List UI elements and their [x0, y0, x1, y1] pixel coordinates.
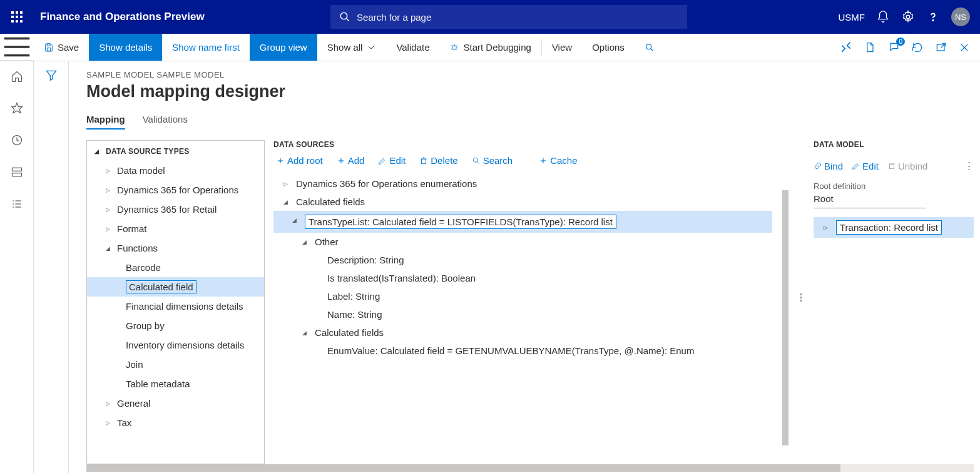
delete-button[interactable]: Delete: [419, 155, 457, 166]
ds-enum-value[interactable]: EnumValue: Calculated field = GETENUMVAL…: [273, 342, 772, 360]
dst-fin-dim[interactable]: Financial dimensions details: [87, 297, 264, 316]
dm-header: DATA MODEL: [814, 140, 974, 149]
svg-rect-1: [16, 11, 18, 14]
close-icon[interactable]: [959, 42, 970, 53]
ds-trans-type-list[interactable]: TransTypeList: Calculated field = LISTOF…: [273, 211, 772, 233]
options-button[interactable]: Options: [582, 34, 635, 61]
global-search[interactable]: Search for a page: [330, 5, 687, 29]
workspaces-icon[interactable]: [11, 166, 23, 180]
ds-is-translated[interactable]: Is translated(IsTranslated): Boolean: [273, 269, 772, 287]
dst-table-metadata[interactable]: Table metadata: [87, 374, 264, 394]
ds-name[interactable]: Name: String: [273, 305, 772, 323]
home-icon[interactable]: [11, 70, 23, 84]
start-debugging-button[interactable]: Start Debugging: [439, 34, 541, 61]
add-root-button[interactable]: Add root: [276, 155, 323, 166]
dst-general[interactable]: General: [87, 394, 264, 413]
modules-icon[interactable]: [11, 198, 23, 212]
svg-line-22: [456, 45, 457, 46]
dst-group-by[interactable]: Group by: [87, 316, 264, 335]
page-title: Model mapping designer: [86, 82, 980, 101]
svg-line-28: [941, 43, 946, 48]
cache-button[interactable]: Cache: [539, 155, 577, 166]
document-icon[interactable]: [864, 41, 876, 54]
svg-rect-4: [16, 16, 18, 18]
svg-line-24: [456, 49, 457, 49]
user-avatar[interactable]: NS: [951, 8, 970, 26]
svg-rect-53: [889, 164, 894, 169]
app-launcher[interactable]: [0, 11, 34, 23]
dm-edit-button[interactable]: Edit: [852, 160, 879, 171]
dst-tax[interactable]: Tax: [87, 413, 264, 432]
svg-rect-5: [20, 16, 23, 18]
bind-button[interactable]: Bind: [814, 160, 843, 171]
nav-toggle[interactable]: [0, 34, 34, 61]
open-new-window-icon[interactable]: [935, 41, 947, 54]
dst-format[interactable]: Format: [87, 219, 264, 238]
svg-point-13: [932, 20, 933, 21]
notifications-icon[interactable]: [876, 10, 890, 24]
svg-line-50: [477, 161, 479, 164]
messages-icon[interactable]: 0: [887, 41, 900, 54]
view-button[interactable]: View: [542, 34, 582, 61]
svg-rect-8: [20, 20, 23, 23]
dst-d365-ops[interactable]: Dynamics 365 for Operations: [87, 180, 264, 200]
splitter[interactable]: • • •: [797, 140, 805, 464]
recent-icon[interactable]: [11, 134, 23, 148]
svg-rect-33: [12, 168, 21, 171]
dst-data-model[interactable]: Data model: [87, 161, 264, 180]
ds-scrollbar[interactable]: [782, 190, 789, 445]
settings-icon[interactable]: [901, 10, 915, 24]
ds-calc-fields-2[interactable]: Calculated fields: [273, 323, 772, 342]
group-view-button[interactable]: Group view: [250, 34, 317, 61]
company-selector[interactable]: USMF: [839, 12, 865, 23]
dst-d365-retail[interactable]: Dynamics 365 for Retail: [87, 200, 264, 219]
validate-button[interactable]: Validate: [386, 34, 439, 61]
dm-transaction[interactable]: Transaction: Record list: [814, 217, 974, 238]
svg-line-26: [650, 48, 653, 51]
add-button[interactable]: Add: [337, 155, 365, 166]
app-title: Finance and Operations Preview: [40, 11, 205, 23]
ds-description[interactable]: Description: String: [273, 251, 772, 269]
tab-validations[interactable]: Validations: [143, 110, 188, 130]
show-name-first-button[interactable]: Show name first: [162, 34, 250, 61]
ds-d365-enum[interactable]: Dynamics 365 for Operations enumerations: [273, 175, 772, 193]
show-details-button[interactable]: Show details: [89, 34, 162, 61]
svg-rect-7: [16, 20, 18, 23]
dst-join[interactable]: Join: [87, 355, 264, 374]
ds-calc-fields[interactable]: Calculated fields: [273, 193, 772, 211]
search-placeholder: Search for a page: [357, 12, 431, 23]
ds-label[interactable]: Label: String: [273, 287, 772, 305]
horizontal-scrollbar[interactable]: [86, 464, 974, 472]
svg-rect-3: [11, 16, 14, 18]
breadcrumb: SAMPLE MODEL SAMPLE MODEL: [86, 70, 980, 79]
connector-icon[interactable]: [840, 41, 852, 54]
dst-inv-dim[interactable]: Inventory dimensions details: [87, 335, 264, 355]
svg-line-23: [452, 49, 453, 49]
tab-mapping[interactable]: Mapping: [86, 110, 125, 130]
svg-line-10: [346, 18, 349, 21]
root-def-value[interactable]: Root: [814, 191, 926, 208]
dm-more-button[interactable]: ⋮: [964, 160, 974, 171]
show-all-button[interactable]: Show all: [317, 34, 387, 61]
svg-rect-2: [20, 11, 23, 14]
action-search-button[interactable]: [635, 34, 665, 61]
dst-calculated-field[interactable]: Calculated field: [87, 277, 264, 297]
root-def-label: Root definition: [814, 181, 974, 191]
svg-rect-46: [422, 159, 426, 164]
svg-rect-17: [47, 48, 50, 51]
svg-rect-6: [11, 20, 14, 23]
edit-button[interactable]: Edit: [378, 155, 406, 166]
unbind-button: Unbind: [887, 160, 928, 171]
dst-barcode[interactable]: Barcode: [87, 258, 264, 277]
filter-icon[interactable]: [45, 69, 58, 473]
svg-line-21: [452, 45, 453, 46]
ds-header: DATA SOURCES: [273, 140, 781, 149]
refresh-icon[interactable]: [911, 41, 924, 54]
ds-other[interactable]: Other: [273, 233, 772, 251]
help-icon[interactable]: [926, 10, 940, 24]
favorites-icon[interactable]: [11, 102, 23, 116]
search-button[interactable]: Search: [472, 155, 513, 166]
dst-functions[interactable]: Functions: [87, 238, 264, 258]
svg-point-11: [906, 15, 910, 19]
save-button[interactable]: Save: [34, 34, 89, 61]
